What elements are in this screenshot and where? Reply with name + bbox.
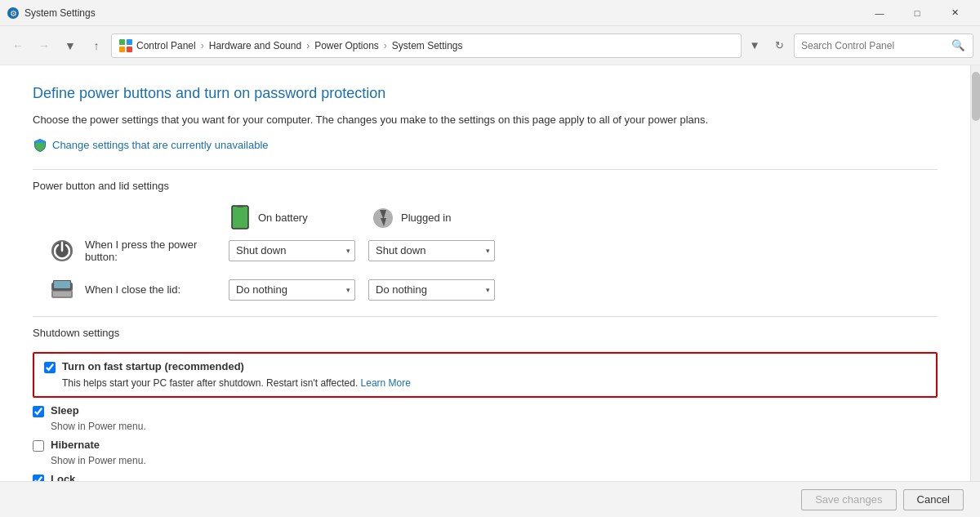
fast-startup-description: This helps start your PC faster after sh… xyxy=(62,377,926,390)
battery-icon xyxy=(229,205,252,231)
recent-locations-button[interactable]: ▼ xyxy=(59,34,82,57)
power-plugged-dropdown[interactable]: Do nothing Sleep Hibernate Shut down Tur… xyxy=(368,240,495,261)
grid-header-row: On battery Plugged in xyxy=(49,205,938,231)
power-button-section-header: Power button and lid settings xyxy=(33,180,938,192)
minimize-button[interactable]: — xyxy=(861,0,898,26)
breadcrumb-hardware-sound[interactable]: Hardware and Sound xyxy=(209,40,301,51)
window-controls: — □ ✕ xyxy=(861,0,973,26)
hibernate-sublabel: Show in Power menu. xyxy=(51,455,938,466)
learn-more-link[interactable]: Learn More xyxy=(361,377,411,389)
lock-label[interactable]: Lock xyxy=(51,473,75,481)
svg-rect-2 xyxy=(119,39,125,45)
section-divider-2 xyxy=(33,316,938,317)
svg-rect-4 xyxy=(119,47,125,52)
sleep-checkbox[interactable] xyxy=(33,406,44,417)
power-battery-dropdown-wrapper: Do nothing Sleep Hibernate Shut down Tur… xyxy=(229,240,355,261)
fast-startup-label[interactable]: Turn on fast startup (recommended) xyxy=(62,360,244,372)
content-area: Define power buttons and turn on passwor… xyxy=(0,65,970,481)
refresh-button[interactable]: ↻ xyxy=(768,34,791,57)
search-box: 🔍 xyxy=(794,33,973,58)
battery-column-header: On battery xyxy=(229,205,372,231)
power-button-label: When I press the power button: xyxy=(85,238,229,263)
breadcrumb-system-settings[interactable]: System Settings xyxy=(392,40,463,51)
pluggedin-column-header: Plugged in xyxy=(372,205,514,231)
close-button[interactable]: ✕ xyxy=(936,0,973,26)
hibernate-item: Hibernate Show in Power menu. xyxy=(33,439,938,466)
sleep-row: Sleep xyxy=(33,404,938,417)
address-bar: ← → ▼ ↑ Control Panel › Hardware and Sou… xyxy=(0,26,980,65)
pluggedin-icon xyxy=(372,207,394,230)
lock-item: Lock Show in account picture menu. xyxy=(33,473,938,481)
control-panel-icon xyxy=(118,38,133,53)
window-title: System Settings xyxy=(24,7,861,19)
svg-text:⚙: ⚙ xyxy=(10,9,17,18)
svg-rect-18 xyxy=(54,281,70,288)
page-description: Choose the power settings that you want … xyxy=(33,112,938,128)
lid-plugged-dropdown-wrapper: Do nothing Sleep Hibernate Shut down ▾ xyxy=(368,279,495,301)
lid-close-icon xyxy=(49,277,75,303)
shutdown-section: Turn on fast startup (recommended) This … xyxy=(33,352,938,482)
fast-startup-row: Turn on fast startup (recommended) xyxy=(44,360,926,373)
power-battery-dropdown[interactable]: Do nothing Sleep Hibernate Shut down Tur… xyxy=(229,240,355,261)
title-bar: ⚙ System Settings — □ ✕ xyxy=(0,0,980,26)
forward-button[interactable]: → xyxy=(33,34,56,57)
lock-row: Lock xyxy=(33,473,938,481)
scrollbar-thumb[interactable] xyxy=(972,72,980,121)
fast-startup-box: Turn on fast startup (recommended) This … xyxy=(33,352,938,399)
svg-rect-5 xyxy=(127,47,132,52)
scrollbar[interactable] xyxy=(970,65,980,481)
hibernate-row: Hibernate xyxy=(33,439,938,452)
address-box: Control Panel › Hardware and Sound › Pow… xyxy=(111,33,742,58)
hibernate-checkbox[interactable] xyxy=(33,440,44,452)
sleep-label[interactable]: Sleep xyxy=(51,404,79,417)
lid-battery-dropdown[interactable]: Do nothing Sleep Hibernate Shut down xyxy=(229,279,355,301)
lock-checkbox[interactable] xyxy=(33,475,44,481)
address-dropdown-button[interactable]: ▼ xyxy=(745,34,764,57)
save-changes-button[interactable]: Save changes xyxy=(801,489,896,510)
fast-startup-checkbox[interactable] xyxy=(44,362,56,373)
search-input[interactable] xyxy=(801,40,947,51)
sleep-sublabel: Show in Power menu. xyxy=(51,421,938,432)
sleep-item: Sleep Show in Power menu. xyxy=(33,404,938,432)
search-icon-button[interactable]: 🔍 xyxy=(950,38,966,54)
cancel-button[interactable]: Cancel xyxy=(903,489,964,510)
power-plugged-dropdown-wrapper: Do nothing Sleep Hibernate Shut down Tur… xyxy=(368,240,495,261)
back-button[interactable]: ← xyxy=(7,34,29,57)
main-wrapper: Define power buttons and turn on passwor… xyxy=(0,65,980,481)
svg-rect-7 xyxy=(237,205,243,207)
breadcrumb-power-options[interactable]: Power Options xyxy=(314,40,379,51)
lid-plugged-dropdown[interactable]: Do nothing Sleep Hibernate Shut down xyxy=(368,279,495,301)
lid-close-label: When I close the lid: xyxy=(85,283,229,296)
lid-battery-dropdown-wrapper: Do nothing Sleep Hibernate Shut down ▾ xyxy=(229,279,355,301)
bottom-bar: Save changes Cancel xyxy=(0,481,980,517)
change-settings-link[interactable]: Change settings that are currently unava… xyxy=(33,138,938,153)
svg-rect-15 xyxy=(53,292,71,296)
section-divider-1 xyxy=(33,169,938,170)
app-icon: ⚙ xyxy=(7,7,20,20)
svg-rect-3 xyxy=(127,39,132,45)
lid-close-row: When I close the lid: Do nothing Sleep H… xyxy=(49,277,938,303)
hibernate-label[interactable]: Hibernate xyxy=(51,439,100,451)
power-button-icon xyxy=(49,238,75,264)
shield-icon xyxy=(33,138,47,153)
maximize-button[interactable]: □ xyxy=(898,0,936,26)
shutdown-section-header: Shutdown settings xyxy=(33,327,938,339)
page-title: Define power buttons and turn on passwor… xyxy=(33,85,938,102)
up-button[interactable]: ↑ xyxy=(85,34,108,57)
svg-rect-9 xyxy=(234,207,247,225)
power-grid: On battery Plugged in xyxy=(49,205,938,303)
power-button-row: When I press the power button: Do nothin… xyxy=(49,238,938,264)
breadcrumb-control-panel[interactable]: Control Panel xyxy=(136,40,196,51)
